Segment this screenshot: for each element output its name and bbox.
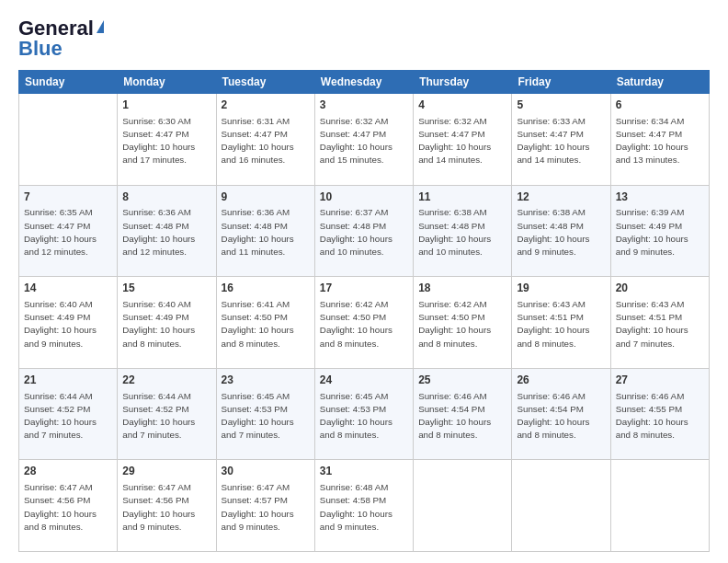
- day-info: Sunrise: 6:38 AM Sunset: 4:48 PM Dayligh…: [418, 206, 506, 259]
- calendar-cell: 6Sunrise: 6:34 AM Sunset: 4:47 PM Daylig…: [610, 94, 709, 186]
- calendar-cell: 15Sunrise: 6:40 AM Sunset: 4:49 PM Dayli…: [118, 277, 216, 369]
- calendar-cell: 18Sunrise: 6:42 AM Sunset: 4:50 PM Dayli…: [414, 277, 512, 369]
- day-number: 6: [616, 98, 704, 113]
- day-info: Sunrise: 6:44 AM Sunset: 4:52 PM Dayligh…: [24, 390, 112, 442]
- day-number: 7: [24, 190, 112, 205]
- day-number: 30: [222, 464, 310, 479]
- calendar-cell: 1Sunrise: 6:30 AM Sunset: 4:47 PM Daylig…: [118, 94, 216, 186]
- logo: General Blue: [18, 17, 104, 61]
- day-number: 13: [616, 190, 704, 205]
- day-info: Sunrise: 6:36 AM Sunset: 4:48 PM Dayligh…: [122, 206, 210, 259]
- logo-blue: Blue: [18, 37, 63, 61]
- calendar-cell: 5Sunrise: 6:33 AM Sunset: 4:47 PM Daylig…: [512, 94, 610, 186]
- day-info: Sunrise: 6:31 AM Sunset: 4:47 PM Dayligh…: [222, 115, 310, 167]
- day-number: 9: [222, 190, 310, 205]
- day-info: Sunrise: 6:37 AM Sunset: 4:48 PM Dayligh…: [320, 206, 408, 259]
- day-number: 19: [517, 281, 605, 296]
- day-info: Sunrise: 6:43 AM Sunset: 4:51 PM Dayligh…: [517, 298, 605, 350]
- calendar-cell: 11Sunrise: 6:38 AM Sunset: 4:48 PM Dayli…: [414, 185, 512, 277]
- calendar-cell: [19, 94, 118, 186]
- calendar-cell: 24Sunrise: 6:45 AM Sunset: 4:53 PM Dayli…: [314, 368, 413, 460]
- day-info: Sunrise: 6:40 AM Sunset: 4:49 PM Dayligh…: [122, 298, 210, 350]
- day-number: 1: [122, 98, 210, 113]
- calendar-cell: 4Sunrise: 6:32 AM Sunset: 4:47 PM Daylig…: [414, 94, 512, 186]
- calendar-cell: 30Sunrise: 6:47 AM Sunset: 4:57 PM Dayli…: [216, 460, 314, 552]
- weekday-header: Sunday: [19, 71, 118, 94]
- day-info: Sunrise: 6:44 AM Sunset: 4:52 PM Dayligh…: [122, 390, 210, 442]
- day-info: Sunrise: 6:41 AM Sunset: 4:50 PM Dayligh…: [222, 298, 310, 350]
- day-number: 4: [418, 98, 506, 113]
- calendar-cell: 13Sunrise: 6:39 AM Sunset: 4:49 PM Dayli…: [610, 185, 709, 277]
- day-info: Sunrise: 6:47 AM Sunset: 4:57 PM Dayligh…: [222, 481, 310, 534]
- weekday-header: Friday: [512, 71, 610, 94]
- calendar-cell: 28Sunrise: 6:47 AM Sunset: 4:56 PM Dayli…: [19, 460, 118, 552]
- calendar-cell: 3Sunrise: 6:32 AM Sunset: 4:47 PM Daylig…: [314, 94, 413, 186]
- day-number: 18: [418, 281, 506, 296]
- calendar-cell: 2Sunrise: 6:31 AM Sunset: 4:47 PM Daylig…: [216, 94, 314, 186]
- day-number: 25: [418, 373, 506, 388]
- calendar-cell: 25Sunrise: 6:46 AM Sunset: 4:54 PM Dayli…: [414, 368, 512, 460]
- day-number: 29: [122, 464, 210, 479]
- day-number: 22: [122, 373, 210, 388]
- day-info: Sunrise: 6:39 AM Sunset: 4:49 PM Dayligh…: [616, 206, 704, 259]
- day-number: 23: [222, 373, 310, 388]
- calendar-cell: 14Sunrise: 6:40 AM Sunset: 4:49 PM Dayli…: [19, 277, 118, 369]
- weekday-header: Thursday: [414, 71, 512, 94]
- calendar-cell: 19Sunrise: 6:43 AM Sunset: 4:51 PM Dayli…: [512, 277, 610, 369]
- day-info: Sunrise: 6:45 AM Sunset: 4:53 PM Dayligh…: [222, 390, 310, 442]
- calendar-cell: 23Sunrise: 6:45 AM Sunset: 4:53 PM Dayli…: [216, 368, 314, 460]
- day-number: 17: [320, 281, 408, 296]
- day-number: 31: [320, 464, 408, 479]
- day-info: Sunrise: 6:43 AM Sunset: 4:51 PM Dayligh…: [616, 298, 704, 350]
- day-info: Sunrise: 6:47 AM Sunset: 4:56 PM Dayligh…: [122, 481, 210, 534]
- header: General Blue: [18, 17, 710, 61]
- day-number: 8: [122, 190, 210, 205]
- calendar-cell: 20Sunrise: 6:43 AM Sunset: 4:51 PM Dayli…: [610, 277, 709, 369]
- day-number: 20: [616, 281, 704, 296]
- calendar-table: SundayMondayTuesdayWednesdayThursdayFrid…: [18, 70, 710, 552]
- day-number: 5: [517, 98, 605, 113]
- calendar-cell: 29Sunrise: 6:47 AM Sunset: 4:56 PM Dayli…: [118, 460, 216, 552]
- calendar-cell: [512, 460, 610, 552]
- logo-triangle-icon: [97, 20, 104, 33]
- calendar-cell: 31Sunrise: 6:48 AM Sunset: 4:58 PM Dayli…: [314, 460, 413, 552]
- page: General Blue SundayMondayTuesdayWednesda…: [0, 0, 728, 563]
- day-number: 14: [24, 281, 112, 296]
- day-info: Sunrise: 6:46 AM Sunset: 4:54 PM Dayligh…: [517, 390, 605, 442]
- day-number: 11: [418, 190, 506, 205]
- day-number: 3: [320, 98, 408, 113]
- day-info: Sunrise: 6:36 AM Sunset: 4:48 PM Dayligh…: [222, 206, 310, 259]
- day-number: 2: [222, 98, 310, 113]
- day-number: 26: [517, 373, 605, 388]
- day-info: Sunrise: 6:34 AM Sunset: 4:47 PM Dayligh…: [616, 115, 704, 167]
- day-info: Sunrise: 6:47 AM Sunset: 4:56 PM Dayligh…: [24, 481, 112, 534]
- day-number: 16: [222, 281, 310, 296]
- weekday-header: Monday: [118, 71, 216, 94]
- calendar-cell: 9Sunrise: 6:36 AM Sunset: 4:48 PM Daylig…: [216, 185, 314, 277]
- day-info: Sunrise: 6:30 AM Sunset: 4:47 PM Dayligh…: [122, 115, 210, 167]
- calendar-cell: 16Sunrise: 6:41 AM Sunset: 4:50 PM Dayli…: [216, 277, 314, 369]
- day-info: Sunrise: 6:48 AM Sunset: 4:58 PM Dayligh…: [320, 481, 408, 534]
- weekday-header: Tuesday: [216, 71, 314, 94]
- weekday-header: Saturday: [610, 71, 709, 94]
- calendar-cell: 22Sunrise: 6:44 AM Sunset: 4:52 PM Dayli…: [118, 368, 216, 460]
- day-number: 24: [320, 373, 408, 388]
- calendar-cell: 17Sunrise: 6:42 AM Sunset: 4:50 PM Dayli…: [314, 277, 413, 369]
- calendar-cell: [414, 460, 512, 552]
- calendar-cell: 27Sunrise: 6:46 AM Sunset: 4:55 PM Dayli…: [610, 368, 709, 460]
- day-info: Sunrise: 6:46 AM Sunset: 4:54 PM Dayligh…: [418, 390, 506, 442]
- day-info: Sunrise: 6:46 AM Sunset: 4:55 PM Dayligh…: [616, 390, 704, 442]
- calendar-cell: 21Sunrise: 6:44 AM Sunset: 4:52 PM Dayli…: [19, 368, 118, 460]
- weekday-header: Wednesday: [314, 71, 413, 94]
- calendar-cell: 8Sunrise: 6:36 AM Sunset: 4:48 PM Daylig…: [118, 185, 216, 277]
- day-info: Sunrise: 6:42 AM Sunset: 4:50 PM Dayligh…: [320, 298, 408, 350]
- day-info: Sunrise: 6:35 AM Sunset: 4:47 PM Dayligh…: [24, 206, 112, 259]
- day-number: 12: [517, 190, 605, 205]
- day-info: Sunrise: 6:38 AM Sunset: 4:48 PM Dayligh…: [517, 206, 605, 259]
- calendar-cell: 12Sunrise: 6:38 AM Sunset: 4:48 PM Dayli…: [512, 185, 610, 277]
- calendar-cell: 26Sunrise: 6:46 AM Sunset: 4:54 PM Dayli…: [512, 368, 610, 460]
- day-info: Sunrise: 6:32 AM Sunset: 4:47 PM Dayligh…: [320, 115, 408, 167]
- day-info: Sunrise: 6:32 AM Sunset: 4:47 PM Dayligh…: [418, 115, 506, 167]
- day-info: Sunrise: 6:40 AM Sunset: 4:49 PM Dayligh…: [24, 298, 112, 350]
- calendar-cell: [610, 460, 709, 552]
